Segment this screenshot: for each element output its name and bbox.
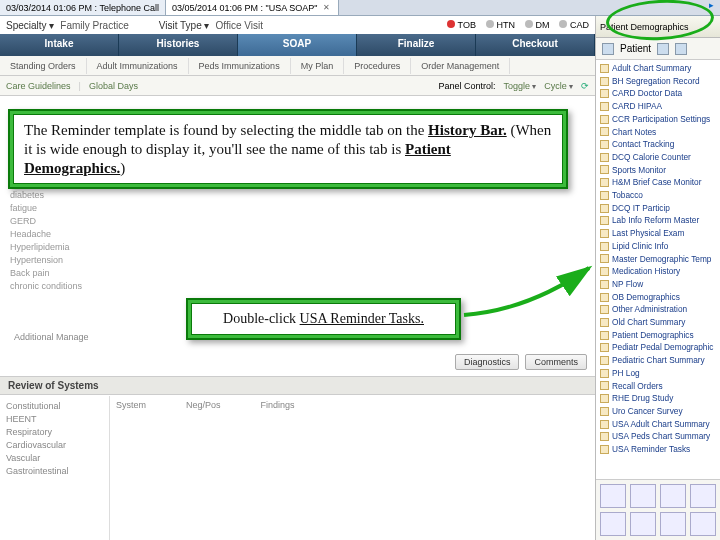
- care-guidelines-link[interactable]: Care Guidelines: [6, 81, 71, 91]
- template-item[interactable]: RHE Drug Study: [600, 392, 716, 405]
- tray-icon[interactable]: [630, 512, 656, 536]
- list-item[interactable]: diabetes: [10, 189, 82, 202]
- template-item[interactable]: Uro Cancer Survey: [600, 405, 716, 418]
- list-item[interactable]: GERD: [10, 215, 82, 228]
- template-icon: [600, 381, 609, 390]
- status-dot-icon: [525, 20, 533, 28]
- template-item[interactable]: PH Log: [600, 367, 716, 380]
- right-pane-header: Patient Demographics: [596, 16, 720, 38]
- template-label: H&M Brief Case Monitor: [612, 176, 701, 189]
- ros-col-header: Findings: [261, 400, 295, 536]
- nav-tab-soap[interactable]: SOAP: [238, 34, 357, 56]
- template-icon: [600, 178, 609, 187]
- tray-icon[interactable]: [660, 512, 686, 536]
- right-pane-title: Patient Demographics: [600, 22, 689, 32]
- specialty-label[interactable]: Specialty ▾: [6, 20, 54, 31]
- template-item[interactable]: Recall Orders: [600, 380, 716, 393]
- list-item[interactable]: Back pain: [10, 267, 82, 280]
- tray-icon[interactable]: [600, 512, 626, 536]
- ros-header: Review of Systems: [0, 376, 595, 395]
- tray-icon[interactable]: [690, 512, 716, 536]
- history-bar-tab-icon[interactable]: [657, 43, 669, 55]
- template-item[interactable]: NP Flow: [600, 278, 716, 291]
- ros-item[interactable]: HEENT: [6, 413, 103, 426]
- template-list[interactable]: Adult Chart SummaryBH Segregation Record…: [596, 60, 720, 479]
- sub-tab[interactable]: Peds Immunizations: [189, 58, 291, 74]
- template-item[interactable]: Medication History: [600, 265, 716, 278]
- window-tab[interactable]: 03/05/2014 01:06 PM : "USA SOAP" ✕: [166, 0, 339, 15]
- template-item[interactable]: Tobacco: [600, 189, 716, 202]
- list-item[interactable]: chronic conditions: [10, 280, 82, 293]
- template-item[interactable]: USA Reminder Tasks: [600, 443, 716, 456]
- ros-item[interactable]: Respiratory: [6, 426, 103, 439]
- template-item[interactable]: Lipid Clinic Info: [600, 240, 716, 253]
- sub-tab[interactable]: Procedures: [344, 58, 411, 74]
- template-label: CARD Doctor Data: [612, 87, 682, 100]
- status-flag: HTN: [496, 20, 515, 30]
- template-item[interactable]: OB Demographics: [600, 291, 716, 304]
- template-item[interactable]: Lab Info Reform Master: [600, 214, 716, 227]
- additional-manage-label[interactable]: Additional Manage: [14, 332, 89, 342]
- global-days-link[interactable]: Global Days: [89, 81, 138, 91]
- comments-button[interactable]: Comments: [525, 354, 587, 370]
- diagnostics-button[interactable]: Diagnostics: [455, 354, 520, 370]
- window-tab-label: 03/03/2014 01:06 PM : Telephone Call: [6, 3, 159, 13]
- sub-tab[interactable]: Standing Orders: [0, 58, 87, 74]
- template-item[interactable]: Contact Tracking: [600, 138, 716, 151]
- cycle-button[interactable]: Cycle: [544, 81, 573, 91]
- template-item[interactable]: Pediatr Pedal Demographic: [600, 341, 716, 354]
- sub-tab[interactable]: My Plan: [291, 58, 345, 74]
- list-item[interactable]: fatigue: [10, 202, 82, 215]
- template-item[interactable]: Adult Chart Summary: [600, 62, 716, 75]
- ros-item[interactable]: Gastrointestinal: [6, 465, 103, 478]
- template-item[interactable]: CARD Doctor Data: [600, 87, 716, 100]
- sub-tab-bar: Standing Orders Adult Immunizations Peds…: [0, 56, 595, 76]
- close-icon[interactable]: ✕: [321, 3, 332, 12]
- template-item[interactable]: DCQ Calorie Counter: [600, 151, 716, 164]
- callout-text: Double-click: [223, 311, 300, 326]
- template-item[interactable]: Old Chart Summary: [600, 316, 716, 329]
- template-item[interactable]: Sports Monitor: [600, 164, 716, 177]
- template-item[interactable]: H&M Brief Case Monitor: [600, 176, 716, 189]
- template-item[interactable]: Chart Notes: [600, 126, 716, 139]
- play-icon[interactable]: ▸: [703, 0, 720, 15]
- list-item[interactable]: Hyperlipidemia: [10, 241, 82, 254]
- template-item[interactable]: DCQ IT Particip: [600, 202, 716, 215]
- nav-tab-finalize[interactable]: Finalize: [357, 34, 476, 56]
- callout-text: ): [120, 160, 125, 176]
- sub-tab[interactable]: Order Management: [411, 58, 510, 74]
- sub-tab[interactable]: Adult Immunizations: [87, 58, 189, 74]
- callout-text: The Reminder template is found by select…: [24, 122, 428, 138]
- template-label: Contact Tracking: [612, 138, 674, 151]
- visit-type-label[interactable]: Visit Type ▾: [159, 20, 210, 31]
- template-item[interactable]: Patient Demographics: [600, 329, 716, 342]
- ros-item[interactable]: Cardiovascular: [6, 439, 103, 452]
- template-icon: [600, 267, 609, 276]
- history-bar-tab-patient[interactable]: Patient: [620, 43, 651, 54]
- template-item[interactable]: USA Adult Chart Summary: [600, 418, 716, 431]
- window-tab[interactable]: 03/03/2014 01:06 PM : Telephone Call: [0, 0, 166, 15]
- history-bar-tab-icon[interactable]: [602, 43, 614, 55]
- nav-tab-checkout[interactable]: Checkout: [476, 34, 595, 56]
- list-item[interactable]: Headache: [10, 228, 82, 241]
- tray-icon[interactable]: [690, 484, 716, 508]
- ros-item[interactable]: Constitutional: [6, 400, 103, 413]
- tray-icon[interactable]: [660, 484, 686, 508]
- template-item[interactable]: Master Demographic Temp: [600, 253, 716, 266]
- list-item[interactable]: Hypertension: [10, 254, 82, 267]
- template-item[interactable]: Last Physical Exam: [600, 227, 716, 240]
- toggle-button[interactable]: Toggle: [503, 81, 536, 91]
- nav-tab-intake[interactable]: Intake: [0, 34, 119, 56]
- history-bar-tab-icon[interactable]: [675, 43, 687, 55]
- tray-icon[interactable]: [600, 484, 626, 508]
- template-item[interactable]: CCR Participation Settings: [600, 113, 716, 126]
- template-item[interactable]: USA Peds Chart Summary: [600, 430, 716, 443]
- template-item[interactable]: BH Segregation Record: [600, 75, 716, 88]
- ros-item[interactable]: Vascular: [6, 452, 103, 465]
- tray-icon[interactable]: [630, 484, 656, 508]
- nav-tab-histories[interactable]: Histories: [119, 34, 238, 56]
- template-item[interactable]: Pediatric Chart Summary: [600, 354, 716, 367]
- refresh-icon[interactable]: ⟳: [581, 81, 589, 91]
- template-item[interactable]: Other Administration: [600, 303, 716, 316]
- template-item[interactable]: CARD HIPAA: [600, 100, 716, 113]
